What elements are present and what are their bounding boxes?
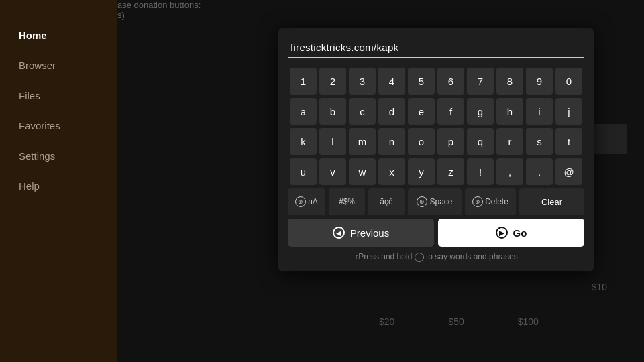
key-8[interactable]: 8 <box>496 68 523 95</box>
key-i[interactable]: i <box>526 98 553 125</box>
go-icon: ▶ <box>496 227 508 239</box>
key-at[interactable]: @ <box>555 158 582 185</box>
donation-amounts: $20 $50 $100 <box>379 316 539 327</box>
url-input[interactable] <box>288 39 584 58</box>
key-period[interactable]: . <box>526 158 553 185</box>
keyboard-row-uz: u v w x y z ! , . @ <box>288 158 584 185</box>
sidebar-item-help[interactable]: Help <box>0 171 117 201</box>
sidebar: Home Browser Files Favorites Settings He… <box>0 0 117 362</box>
key-1[interactable]: 1 <box>290 68 317 95</box>
key-o[interactable]: o <box>408 128 435 155</box>
key-d[interactable]: d <box>378 98 405 125</box>
previous-button[interactable]: ◀ Previous <box>288 219 434 247</box>
key-4[interactable]: 4 <box>378 68 405 95</box>
key-q[interactable]: q <box>467 128 494 155</box>
main-content: ase donation buttons: s) $10 $20 $50 $10… <box>117 0 644 362</box>
donation-text: ase donation buttons: s) <box>117 0 644 20</box>
key-6[interactable]: 6 <box>437 68 464 95</box>
key-z[interactable]: z <box>437 158 464 185</box>
sidebar-item-browser[interactable]: Browser <box>0 50 117 80</box>
key-space[interactable]: ⊕ Space <box>408 188 462 215</box>
voice-hint: ↑Press and hold i to say words and phras… <box>288 252 584 262</box>
key-y[interactable]: y <box>408 158 435 185</box>
key-r[interactable]: r <box>496 128 523 155</box>
key-m[interactable]: m <box>349 128 376 155</box>
keyboard-overlay: 1 2 3 4 5 6 7 8 9 0 a b c d e f g h i j … <box>278 28 594 272</box>
key-c[interactable]: c <box>349 98 376 125</box>
key-s[interactable]: s <box>526 128 553 155</box>
key-delete[interactable]: ⊕ Delete <box>465 188 516 215</box>
key-comma[interactable]: , <box>496 158 523 185</box>
key-f[interactable]: f <box>437 98 464 125</box>
key-l[interactable]: l <box>319 128 346 155</box>
key-3[interactable]: 3 <box>349 68 376 95</box>
key-symbols[interactable]: #$% <box>329 188 365 215</box>
amount-10: $10 <box>592 282 607 292</box>
keyboard-row-aj: a b c d e f g h i j <box>288 98 584 125</box>
sidebar-item-settings[interactable]: Settings <box>0 141 117 171</box>
key-j[interactable]: j <box>555 98 582 125</box>
key-5[interactable]: 5 <box>408 68 435 95</box>
key-2[interactable]: 2 <box>319 68 346 95</box>
keyboard-special-row: ⊕ aA #$% äçé ⊕ Space ⊕ Delete Clear <box>288 188 584 215</box>
key-x[interactable]: x <box>378 158 405 185</box>
sidebar-item-home[interactable]: Home <box>0 20 117 50</box>
previous-icon: ◀ <box>333 227 345 239</box>
key-t[interactable]: t <box>555 128 582 155</box>
key-7[interactable]: 7 <box>467 68 494 95</box>
key-0[interactable]: 0 <box>555 68 582 95</box>
key-a[interactable]: a <box>290 98 317 125</box>
keyboard-row-kt: k l m n o p q r s t <box>288 128 584 155</box>
key-exclaim[interactable]: ! <box>467 158 494 185</box>
key-n[interactable]: n <box>378 128 405 155</box>
keyboard-nav-row: ◀ Previous ▶ Go <box>288 219 584 247</box>
key-caps[interactable]: ⊕ aA <box>288 188 325 215</box>
key-accents[interactable]: äçé <box>368 188 405 215</box>
key-g[interactable]: g <box>467 98 494 125</box>
sidebar-item-files[interactable]: Files <box>0 80 117 111</box>
key-w[interactable]: w <box>349 158 376 185</box>
key-h[interactable]: h <box>496 98 523 125</box>
keyboard-row-numbers: 1 2 3 4 5 6 7 8 9 0 <box>288 68 584 95</box>
key-v[interactable]: v <box>319 158 346 185</box>
key-clear[interactable]: Clear <box>519 188 584 215</box>
key-9[interactable]: 9 <box>526 68 553 95</box>
key-k[interactable]: k <box>290 128 317 155</box>
key-b[interactable]: b <box>319 98 346 125</box>
go-button[interactable]: ▶ Go <box>438 219 584 247</box>
key-e[interactable]: e <box>408 98 435 125</box>
sidebar-item-favorites[interactable]: Favorites <box>0 111 117 141</box>
key-u[interactable]: u <box>290 158 317 185</box>
key-p[interactable]: p <box>437 128 464 155</box>
